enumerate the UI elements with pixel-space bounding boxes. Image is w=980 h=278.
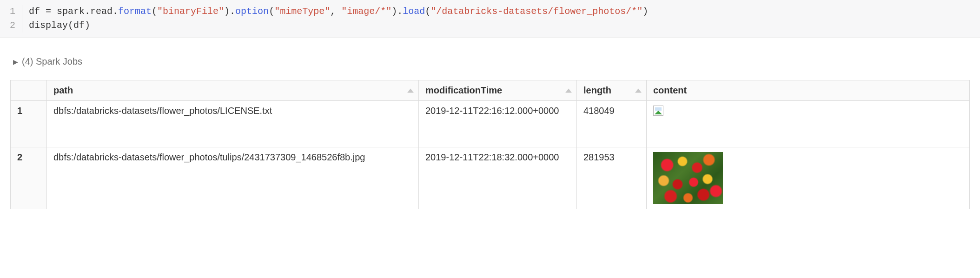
code-token-string: "image/*": [341, 6, 391, 17]
cell-content[interactable]: [647, 147, 970, 209]
code-token: display(df): [29, 20, 90, 31]
code-cell[interactable]: 1 2 df = spark.read.format("binaryFile")…: [0, 0, 980, 38]
table-header-rownum: [11, 80, 47, 101]
cell-path[interactable]: dbfs:/databricks-datasets/flower_photos/…: [47, 101, 419, 147]
sort-asc-icon[interactable]: [407, 88, 414, 93]
column-label: path: [53, 85, 73, 95]
column-label: length: [583, 85, 611, 95]
sort-asc-icon[interactable]: [565, 88, 572, 93]
image-thumbnail[interactable]: [653, 152, 723, 204]
cell-content[interactable]: [647, 101, 970, 147]
sort-asc-icon[interactable]: [635, 88, 642, 93]
code-token-fn: format: [118, 6, 152, 17]
cell-length[interactable]: 418049: [577, 101, 647, 147]
code-content[interactable]: df = spark.read.format("binaryFile").opt…: [22, 5, 648, 33]
spark-jobs-row[interactable]: ▶ (4) Spark Jobs: [13, 56, 970, 67]
code-token: ).: [391, 6, 403, 17]
code-token-string: "mimeType": [274, 6, 330, 17]
broken-image-icon: [653, 106, 663, 116]
table-header-path[interactable]: path: [47, 80, 419, 101]
cell-length[interactable]: 281953: [577, 147, 647, 209]
output-area: ▶ (4) Spark Jobs path modificationTime: [0, 38, 980, 214]
code-token: (: [152, 6, 157, 17]
table-header-content[interactable]: content: [647, 80, 970, 101]
table-header-length[interactable]: length: [577, 80, 647, 101]
code-token-fn: option: [235, 6, 269, 17]
code-token: df = spark.read.: [29, 6, 118, 17]
line-number: 1: [0, 5, 15, 19]
cell-modificationTime[interactable]: 2019-12-11T22:18:32.000+0000: [419, 147, 577, 209]
code-token: ,: [330, 6, 341, 17]
code-token-string: "binaryFile": [157, 6, 224, 17]
code-token: (: [425, 6, 430, 17]
row-number: 2: [11, 147, 47, 209]
code-token: ).: [224, 6, 235, 17]
table-header-modificationTime[interactable]: modificationTime: [419, 80, 577, 101]
line-number: 2: [0, 19, 15, 33]
table-header-row: path modificationTime length content: [11, 80, 970, 101]
table-row[interactable]: 1 dbfs:/databricks-datasets/flower_photo…: [11, 101, 970, 147]
code-token-string: "/databricks-datasets/flower_photos/*": [430, 6, 642, 17]
cell-modificationTime[interactable]: 2019-12-11T22:16:12.000+0000: [419, 101, 577, 147]
table-row[interactable]: 2 dbfs:/databricks-datasets/flower_photo…: [11, 147, 970, 209]
code-token: ): [642, 6, 648, 17]
chevron-right-icon[interactable]: ▶: [13, 58, 18, 66]
spark-jobs-label: (4) Spark Jobs: [22, 56, 82, 67]
code-token: (: [269, 6, 274, 17]
code-token-fn: load: [403, 6, 425, 17]
column-label: content: [653, 85, 687, 95]
row-number: 1: [11, 101, 47, 147]
result-table: path modificationTime length content 1: [10, 80, 970, 209]
column-label: modificationTime: [425, 85, 502, 95]
cell-path[interactable]: dbfs:/databricks-datasets/flower_photos/…: [47, 147, 419, 209]
line-number-gutter: 1 2: [0, 5, 22, 33]
